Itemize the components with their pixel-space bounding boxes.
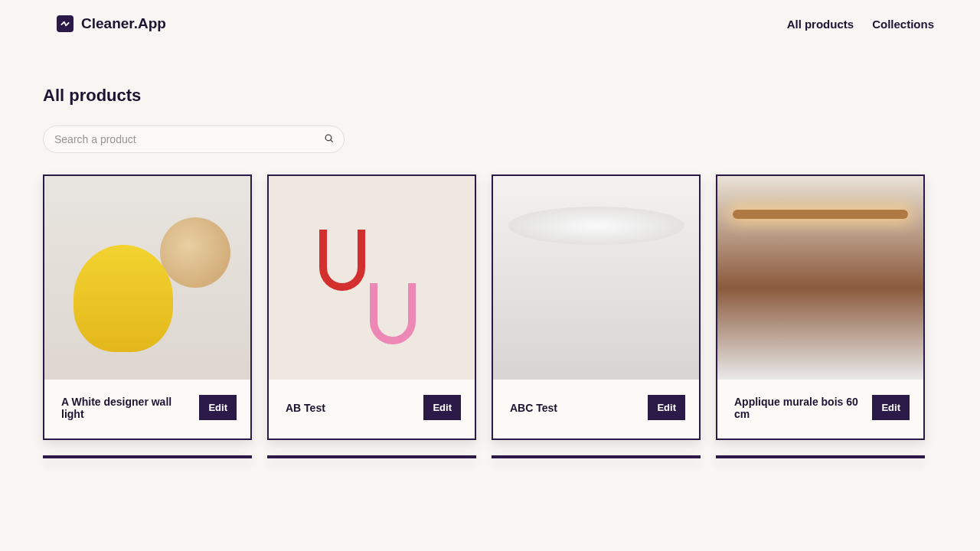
brand-logo[interactable]: Cleaner.App: [57, 15, 166, 32]
edit-button[interactable]: Edit: [199, 395, 237, 420]
product-card[interactable]: [492, 455, 701, 458]
product-image: [717, 176, 923, 380]
product-footer: AB Test Edit: [269, 380, 475, 439]
product-footer: Applique murale bois 60 cm Edit: [717, 380, 923, 439]
edit-button[interactable]: Edit: [423, 395, 461, 420]
product-title: ABC Test: [510, 402, 640, 414]
product-card[interactable]: AB Test Edit: [267, 174, 476, 440]
top-nav: All products Collections: [787, 18, 934, 31]
nav-collections[interactable]: Collections: [872, 18, 934, 31]
product-title: Applique murale bois 60 cm: [734, 396, 864, 420]
search-wrap: [43, 126, 345, 153]
product-image: [493, 176, 699, 380]
product-title: AB Test: [286, 402, 416, 414]
header: Cleaner.App All products Collections: [0, 0, 980, 44]
brand-icon: [57, 15, 74, 32]
product-footer: A White designer wall light Edit: [44, 380, 250, 439]
main-content: All products A White designer wall light…: [0, 44, 980, 458]
product-card[interactable]: Applique murale bois 60 cm Edit: [716, 174, 925, 440]
brand-name: Cleaner.App: [81, 15, 166, 32]
product-card[interactable]: A White designer wall light Edit: [43, 174, 252, 440]
product-title: A White designer wall light: [61, 396, 191, 420]
product-card[interactable]: ABC Test Edit: [492, 174, 701, 440]
product-footer: ABC Test Edit: [493, 380, 699, 439]
edit-button[interactable]: Edit: [872, 395, 910, 420]
product-image: [269, 176, 475, 380]
page-title: All products: [43, 86, 937, 106]
nav-all-products[interactable]: All products: [787, 18, 854, 31]
product-card[interactable]: [43, 455, 252, 458]
products-grid: A White designer wall light Edit AB Test…: [43, 174, 937, 458]
product-image: [44, 176, 250, 380]
product-card[interactable]: [267, 455, 476, 458]
search-input[interactable]: [43, 126, 345, 153]
product-card[interactable]: [716, 455, 925, 458]
edit-button[interactable]: Edit: [648, 395, 685, 420]
